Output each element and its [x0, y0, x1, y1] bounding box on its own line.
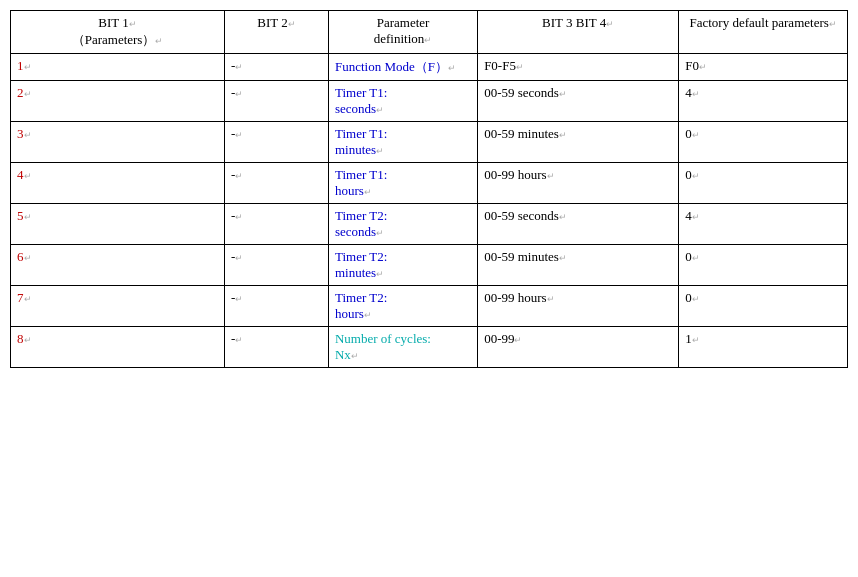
- cell-factory-default: F0↵: [679, 54, 848, 81]
- cell-bit2: -↵: [225, 122, 329, 163]
- cell-param-def: Timer T1:hours↵: [328, 163, 477, 204]
- header-factory: Factory default parameters↵: [679, 11, 848, 54]
- cell-param-def: Timer T2:minutes↵: [328, 245, 477, 286]
- cell-row-number: 8↵: [11, 327, 225, 368]
- cell-bit34: 00-59 minutes↵: [478, 122, 679, 163]
- table-header-row: BIT 1↵ （Parameters）↵ BIT 2↵ Parameterdef…: [11, 11, 848, 54]
- table-row: 6↵-↵Timer T2:minutes↵00-59 minutes↵0↵: [11, 245, 848, 286]
- cell-factory-default: 4↵: [679, 204, 848, 245]
- header-bit2: BIT 2↵: [225, 11, 329, 54]
- cell-bit34: 00-99 hours↵: [478, 163, 679, 204]
- cell-param-def: Number of cycles:Nx↵: [328, 327, 477, 368]
- cell-row-number: 1↵: [11, 54, 225, 81]
- cell-bit34: 00-59 seconds↵: [478, 204, 679, 245]
- table-body: 1↵-↵Function Mode（F）↵F0-F5↵F0↵2↵-↵Timer …: [11, 54, 848, 368]
- cell-bit2: -↵: [225, 54, 329, 81]
- cell-param-def: Timer T2:seconds↵: [328, 204, 477, 245]
- cell-row-number: 4↵: [11, 163, 225, 204]
- cell-factory-default: 0↵: [679, 163, 848, 204]
- cell-bit34: 00-59 seconds↵: [478, 81, 679, 122]
- main-table-container: BIT 1↵ （Parameters）↵ BIT 2↵ Parameterdef…: [10, 10, 848, 368]
- header-bit1: BIT 1↵ （Parameters）↵: [11, 11, 225, 54]
- cell-param-def: Timer T1:minutes↵: [328, 122, 477, 163]
- cell-factory-default: 0↵: [679, 122, 848, 163]
- cell-bit2: -↵: [225, 286, 329, 327]
- cell-factory-default: 4↵: [679, 81, 848, 122]
- cell-row-number: 6↵: [11, 245, 225, 286]
- cell-factory-default: 0↵: [679, 286, 848, 327]
- table-row: 3↵-↵Timer T1:minutes↵00-59 minutes↵0↵: [11, 122, 848, 163]
- cell-param-def: Timer T1:seconds↵: [328, 81, 477, 122]
- table-row: 1↵-↵Function Mode（F）↵F0-F5↵F0↵: [11, 54, 848, 81]
- cell-factory-default: 1↵: [679, 327, 848, 368]
- cell-row-number: 3↵: [11, 122, 225, 163]
- table-row: 5↵-↵Timer T2:seconds↵00-59 seconds↵4↵: [11, 204, 848, 245]
- cell-param-def: Timer T2:hours↵: [328, 286, 477, 327]
- cell-bit2: -↵: [225, 81, 329, 122]
- table-row: 4↵-↵Timer T1:hours↵00-99 hours↵0↵: [11, 163, 848, 204]
- cell-factory-default: 0↵: [679, 245, 848, 286]
- cell-row-number: 2↵: [11, 81, 225, 122]
- cell-bit34: F0-F5↵: [478, 54, 679, 81]
- cell-bit2: -↵: [225, 163, 329, 204]
- cell-bit34: 00-99 hours↵: [478, 286, 679, 327]
- header-bit34: BIT 3 BIT 4↵: [478, 11, 679, 54]
- cell-bit2: -↵: [225, 245, 329, 286]
- cell-param-def: Function Mode（F）↵: [328, 54, 477, 81]
- cell-bit2: -↵: [225, 327, 329, 368]
- header-param-def: Parameterdefinition↵: [328, 11, 477, 54]
- table-row: 7↵-↵Timer T2:hours↵00-99 hours↵0↵: [11, 286, 848, 327]
- cell-bit2: -↵: [225, 204, 329, 245]
- cell-row-number: 7↵: [11, 286, 225, 327]
- cell-bit34: 00-99↵: [478, 327, 679, 368]
- cell-row-number: 5↵: [11, 204, 225, 245]
- cell-bit34: 00-59 minutes↵: [478, 245, 679, 286]
- table-row: 2↵-↵Timer T1:seconds↵00-59 seconds↵4↵: [11, 81, 848, 122]
- parameters-table: BIT 1↵ （Parameters）↵ BIT 2↵ Parameterdef…: [10, 10, 848, 368]
- table-row: 8↵-↵Number of cycles:Nx↵00-99↵1↵: [11, 327, 848, 368]
